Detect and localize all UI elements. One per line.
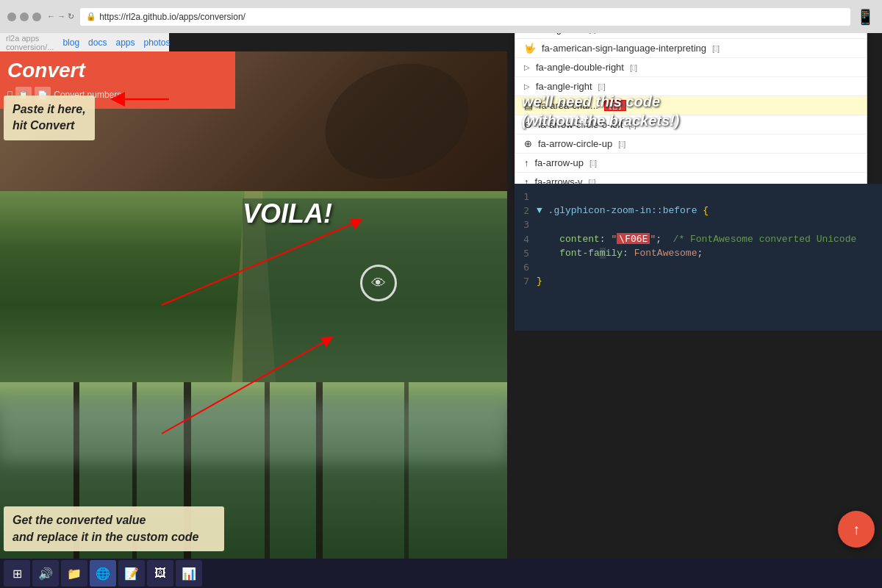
fa-arrow-circle-up-icon: ⊕ (524, 138, 532, 149)
maximize-button[interactable] (32, 12, 41, 21)
close-button[interactable] (7, 12, 16, 21)
fa-arrow-up-name: fa-arrow-up (535, 157, 584, 168)
dropdown-item-fa-arrow-up[interactable]: ↑ fa-arrow-up [] (515, 154, 867, 173)
nav-bar: rl2a apps conversion/... blog docs apps … (0, 33, 169, 51)
font-family-value: FontAwesome (634, 248, 698, 259)
address-bar[interactable]: 🔒 https://rl2a.github.io/apps/conversion… (80, 8, 850, 26)
annotation-area: we'll need this code (without the bracke… (522, 92, 679, 130)
line-num-6: 6 (514, 262, 537, 273)
fa-angle-double-right-unicode: [] (630, 63, 637, 72)
paste-instruction: Paste it here,hit Convert (4, 96, 95, 140)
fa-asl-name: fa-american-sign-language-interpreting (542, 43, 706, 54)
dropdown-item-fa-angle-double-right[interactable]: ▷ fa-angle-double-right [] (515, 58, 867, 77)
svg-line-2 (162, 220, 360, 305)
nav-docs[interactable]: docs (88, 37, 107, 48)
dropdown-item-fa-arrow-circle-up[interactable]: ⊕ fa-arrow-circle-up [] (515, 135, 867, 154)
fa-asl-icon: 🤟 (524, 43, 536, 54)
annotation-text: we'll need this code (without the bracke… (522, 92, 679, 130)
selector-text: ▼ .glyphicon-zoom-in::before (537, 205, 697, 216)
connection-arrows (0, 147, 514, 588)
expand-arrow-1: ▷ (524, 63, 530, 71)
line-num-2: 2 (514, 205, 537, 216)
orange-fab-button[interactable]: ↑ (838, 511, 875, 548)
line-code-4: content: "\F06E"; /* FontAwesome convert… (537, 233, 856, 245)
content-value-end: " (650, 234, 656, 245)
browser-window-buttons (7, 12, 41, 21)
close-brace: } (537, 276, 542, 287)
code-editor: 1 2 ▼ .glyphicon-zoom-in::before { 3 4 c… (514, 184, 882, 331)
code-line-3: 3 (514, 218, 882, 232)
annotation-line2: (without the brackets!) (522, 112, 679, 129)
line-code-2: ▼ .glyphicon-zoom-in::before { (537, 205, 709, 216)
dropdown-item-fa-asl[interactable]: 🤟 fa-american-sign-language-interpreting… (515, 39, 867, 58)
fa-arrow-circle-up-name: fa-arrow-circle-up (538, 138, 612, 149)
browser-chrome: ← → ↻ 🔒 https://rl2a.github.io/apps/conv… (0, 0, 882, 33)
lock-icon: 🔒 (86, 12, 96, 21)
line-code-7: } (537, 276, 542, 287)
minimize-button[interactable] (20, 12, 29, 21)
code-line-5: 5 font-family: FontAwesome; (514, 246, 882, 260)
annotation-line1: we'll need this code (522, 93, 660, 110)
mobile-icon: 📱 (856, 8, 875, 26)
svg-line-1 (162, 338, 331, 434)
line-num-3: 3 (514, 219, 537, 230)
taskbar-btn-2[interactable]: 📁 (61, 560, 87, 587)
taskbar: ⊞ 🔊 📁 🌐 📝 🖼 📊 (0, 559, 882, 588)
comment: /* FontAwesome converted Unicode (667, 234, 856, 245)
fa-angle-right-unicode: [] (598, 82, 606, 91)
open-brace: { (703, 205, 709, 216)
taskbar-btn-6[interactable]: 📊 (176, 560, 202, 587)
fa-arrow-up-unicode: [] (589, 159, 597, 168)
taskbar-btn-4[interactable]: 📝 (118, 560, 145, 587)
code-line-2: 2 ▼ .glyphicon-zoom-in::before { (514, 204, 882, 218)
fa-arrow-up-icon: ↑ (524, 157, 529, 168)
code-content: 1 2 ▼ .glyphicon-zoom-in::before { 3 4 c… (514, 184, 882, 294)
taskbar-btn-1[interactable]: 🔊 (32, 560, 59, 587)
arrow-to-input (110, 81, 220, 118)
expand-arrow-2: ▷ (524, 82, 530, 90)
code-line-6: 6 (514, 260, 882, 274)
fa-angle-right-name: fa-angle-right (536, 81, 592, 92)
fa-asl-unicode: [] (712, 44, 720, 53)
code-line-7: 7 } (514, 274, 882, 288)
nav-apps[interactable]: apps (115, 37, 135, 48)
line-num-7: 7 (514, 276, 537, 287)
code-line-4: 4 content: "\F06E"; /* FontAwesome conve… (514, 232, 882, 246)
fa-arrow-circle-up-unicode: [] (618, 140, 625, 148)
convert-title: Convert (7, 59, 228, 82)
fa-angle-double-right-name: fa-angle-double-right (536, 62, 624, 73)
line-num-1: 1 (514, 191, 537, 202)
line-num-4: 4 (514, 234, 537, 245)
nav-blog[interactable]: blog (62, 37, 79, 48)
content-property: content (559, 234, 600, 245)
fab-icon: ↑ (853, 521, 860, 538)
taskbar-start[interactable]: ⊞ (4, 560, 30, 587)
url-text: https://rl2a.github.io/apps/conversion/ (99, 12, 245, 22)
taskbar-btn-5[interactable]: 🖼 (147, 560, 173, 587)
unicode-value-highlight: \F06E (617, 233, 650, 244)
line-num-5: 5 (514, 248, 537, 259)
line-code-5: font-family: FontAwesome; (537, 248, 703, 259)
taskbar-btn-3[interactable]: 🌐 (90, 560, 116, 587)
font-family-property: font-family (559, 248, 623, 259)
nav-photos[interactable]: photos (144, 37, 171, 48)
code-line-1: 1 (514, 190, 882, 204)
